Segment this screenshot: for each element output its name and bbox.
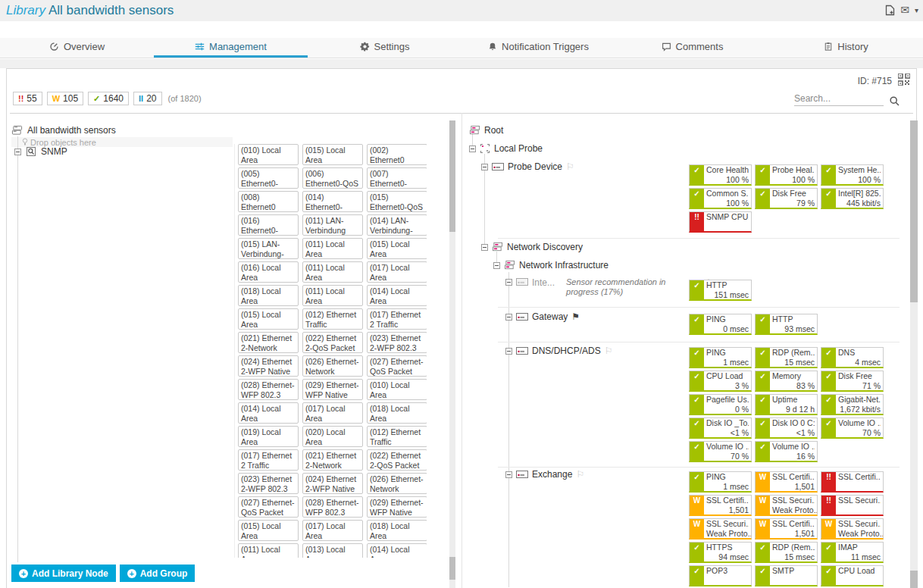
collapse-toggle[interactable] [14, 149, 21, 155]
sensor-tile[interactable]: (011) Local Area [302, 261, 363, 283]
status-badge-down[interactable]: !!55 [13, 92, 42, 105]
sensor-tile[interactable]: (014) Local Area [238, 402, 299, 424]
sensor-chip[interactable]: WSSL Certifi...1,501 [755, 471, 818, 493]
tree-node-intel-device[interactable]: Inte... Sensor recommendation in progres… [505, 277, 715, 297]
collapse-toggle[interactable] [481, 164, 488, 170]
tab-history[interactable]: History [769, 38, 923, 58]
sensor-chip[interactable]: ✓Volume IO ...16 % [755, 441, 818, 462]
sensor-chip[interactable]: ✓IMAP11 msec [821, 542, 884, 563]
sensor-chip[interactable]: !!SNMP CPU... [689, 211, 752, 233]
sensor-chip[interactable]: ✓DNS4 msec [821, 347, 884, 368]
sensor-chip[interactable]: ✓Intel[R] 825...445 kbit/s [821, 188, 884, 209]
sensor-tile[interactable]: (021) Ethernet 2-Network [302, 449, 363, 471]
sensor-chip[interactable]: ✓Volume IO ...70 % [821, 418, 884, 439]
sensor-tile[interactable]: (015) Ethernet0-QoS Packet [367, 191, 427, 212]
sensor-tile[interactable]: (014) Ethernet0-WFP Native [302, 191, 363, 212]
sensor-chip[interactable]: WSSL Certifi...1,501 [689, 495, 752, 516]
sensor-tile[interactable]: (014) Local Area [367, 285, 427, 306]
sensor-chip[interactable]: ✓HTTPS94 msec [689, 542, 752, 563]
sensor-tile[interactable]: (010) Local Area [367, 379, 427, 400]
scrollbar-block[interactable] [449, 557, 455, 580]
sensor-tile[interactable]: (015) Local Area [367, 238, 427, 259]
sensor-tile[interactable]: (014) LAN-Verbindung-QoS [367, 214, 427, 236]
tab-overview[interactable]: Overview [0, 38, 154, 58]
add-library-node-button[interactable]: + Add Library Node [11, 565, 116, 582]
sensor-tile[interactable]: (029) Ethernet-WFP Native [367, 496, 427, 518]
sensor-tile[interactable]: (017) Ethernet 2 Traffic [238, 449, 299, 471]
sensor-tile[interactable]: (011) Local Area [238, 543, 299, 558]
sensor-tile[interactable]: (005) Ethernet0-WFP Native [238, 167, 299, 189]
scrollbar-block[interactable] [910, 571, 918, 588]
sensor-tile[interactable]: (012) Ethernet Traffic [302, 308, 363, 330]
sensor-tile[interactable]: (023) Ethernet 2-WFP 802.3 [367, 332, 427, 353]
collapse-toggle[interactable] [505, 314, 512, 321]
collapse-toggle[interactable] [493, 262, 500, 269]
sensor-chip[interactable]: ✓RDP (Rem...15 msec [755, 347, 818, 368]
sensor-tile[interactable]: (017) Ethernet 2 Traffic [367, 308, 427, 330]
collapse-toggle[interactable] [505, 348, 512, 355]
sensor-tile[interactable]: (017) Local Area [302, 520, 363, 541]
sensor-chip[interactable]: WSSL Securi...Weak Proto... [689, 518, 752, 540]
sensor-chip[interactable]: ✓Pagefile Us...0 % [689, 394, 752, 415]
sensor-chip[interactable]: ✓PING0 msec [689, 314, 752, 335]
sensor-tile[interactable]: (029) Ethernet-WFP Native [302, 379, 363, 400]
sensor-tile[interactable]: (002) Ethernet0 Traffic [367, 144, 427, 165]
sensor-tile[interactable]: (011) Local Area [302, 285, 363, 306]
sensor-tile[interactable]: (015) Local Area [302, 144, 363, 165]
flag-icon[interactable]: ⚐ [566, 161, 574, 172]
sensor-chip[interactable]: ✓System He...100 % [821, 164, 884, 186]
right-scrollbar[interactable] [910, 120, 918, 588]
sensor-chip[interactable]: ✓Disk IO _To...<1 % [689, 418, 752, 439]
sensor-tile[interactable]: (024) Ethernet 2-WFP Native [302, 473, 363, 494]
sensor-tile[interactable]: (007) Ethernet0-WFP 802.3 [367, 167, 427, 189]
sensor-chip[interactable]: ✓HTTP93 msec [755, 314, 818, 335]
tree-node-local-probe[interactable]: Local Probe [469, 143, 543, 154]
sensor-chip[interactable]: ✓Disk Free79 % [755, 188, 818, 209]
sensor-tile[interactable]: (012) Ethernet Traffic [367, 426, 427, 447]
sensor-chip[interactable]: ✓PING1 msec [689, 471, 752, 493]
sensor-tile[interactable]: (020) Local Area [302, 426, 363, 447]
sensor-tile[interactable]: (010) Local Area [238, 144, 299, 165]
sensor-chip[interactable]: ✓Disk IO 0 C:<1 % [755, 418, 818, 439]
sensor-chip[interactable]: ✓Uptime9 d 12 h [755, 394, 818, 415]
sensor-chip[interactable]: ✓POP3 [689, 565, 752, 586]
tree-node-exchange[interactable]: Exchange ⚐ [505, 469, 584, 480]
collapse-toggle[interactable] [481, 244, 488, 251]
sensor-chip[interactable]: ✓Memory83 % [755, 371, 818, 392]
qr-code-icon[interactable] [898, 74, 910, 86]
scrollbar-thumb[interactable] [449, 120, 455, 232]
tab-settings[interactable]: Settings [308, 38, 462, 58]
sensor-chip[interactable]: !!SSL Certifi... [821, 471, 884, 493]
sensor-chip[interactable]: !!SSL Securi... [821, 495, 884, 516]
tab-comments[interactable]: Comments [615, 38, 769, 58]
library-root-row[interactable]: All bandwidth sensors [11, 125, 116, 136]
sensor-chip[interactable]: ✓Volume IO ...70 % [689, 441, 752, 462]
sensor-tile[interactable]: (015) LAN-Verbindung- [238, 238, 299, 259]
sensor-chip[interactable]: ✓SMTP [755, 565, 818, 586]
status-badge-up[interactable]: ✓1640 [88, 92, 129, 105]
new-object-icon[interactable] [885, 5, 895, 16]
sensor-tile[interactable]: (015) Local Area [238, 520, 299, 541]
caret-down-icon[interactable]: ▾ [915, 6, 918, 14]
flag-icon[interactable]: ⚑ [571, 311, 580, 322]
tree-node-probe-device[interactable]: Probe Device ⚐ [481, 161, 574, 172]
sensor-chip[interactable]: ✓Gigabit-Net...1,672 kbit/s [821, 394, 884, 415]
search-input[interactable] [794, 92, 884, 106]
status-badge-paused[interactable]: II20 [133, 92, 161, 105]
sensor-tile[interactable]: (008) Ethernet0 Traffic [238, 191, 299, 212]
sensor-chip[interactable]: ✓Common S...100 % [689, 188, 752, 209]
tree-node-gateway[interactable]: Gateway ⚑ [505, 311, 580, 322]
sensor-chip[interactable]: WSSL Securi...Weak Proto... [755, 495, 818, 516]
sensor-tile[interactable]: (024) Ethernet 2-WFP Native [238, 355, 299, 377]
add-group-button[interactable]: + Add Group [120, 565, 196, 582]
sensor-tile[interactable]: (018) Local Area [367, 520, 427, 541]
sensor-chip[interactable]: ✓Core Health100 % [689, 164, 752, 186]
sensor-tile[interactable]: (006) Ethernet0-QoS Packet [302, 167, 363, 189]
sensor-chip[interactable]: ✓HTTP151 msec [689, 280, 752, 301]
sensor-tile[interactable]: (018) Local Area [367, 402, 427, 424]
sensor-chip[interactable]: ✓CPU Load3 % [689, 371, 752, 392]
sensor-tile[interactable]: (021) Ethernet 2-Network [238, 332, 299, 353]
sensor-tile[interactable]: (028) Ethernet-WFP 802.3 [302, 496, 363, 518]
sensor-tile[interactable]: (016) Ethernet0-WFP 802.3 [238, 214, 299, 236]
sensor-chip[interactable]: WSSL Securi...Weak Proto... [821, 518, 884, 540]
